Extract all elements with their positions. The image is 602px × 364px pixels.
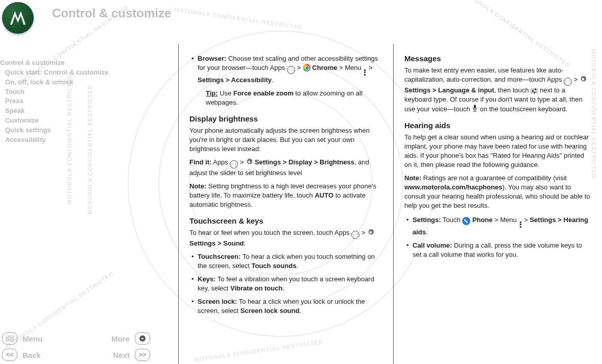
mic-icon (472, 104, 478, 111)
body-text: To feel a vibration when you touch a scr… (198, 275, 374, 292)
svg-rect-11 (474, 105, 476, 109)
next-label[interactable]: Next (113, 351, 130, 359)
body-text: Touch (441, 216, 463, 224)
url-text: www.motorola.com/hacphones (404, 183, 502, 191)
section-heading: Hearing aids (404, 121, 591, 130)
body-text: To hear or feel when you touch the scree… (189, 229, 351, 236)
body-text: Force enable zoom (233, 89, 294, 97)
body-text: To help get a clear sound when using a h… (404, 133, 591, 169)
toc-item[interactable]: Press (0, 96, 133, 106)
nav-path: Settings > Display > Brightness (255, 158, 354, 166)
toc-item[interactable]: Customize (0, 116, 133, 126)
body-text: AUTO (315, 191, 333, 199)
body-text: Phone (470, 216, 492, 224)
item-label: Touchscreen: (198, 253, 240, 260)
nav-path: Settings > Language & input (404, 86, 494, 94)
sidebar-toc: Control & customize Quick start: Control… (0, 46, 138, 145)
content-column-2: Messages To make text entry even easier,… (393, 47, 602, 359)
page-title: Control & customize (52, 6, 171, 20)
body-text: Menu (345, 64, 363, 71)
apps-icon: ⋮⋮ (287, 66, 295, 74)
tip-block: Tip: Use Force enable zoom to allow zoom… (206, 89, 382, 107)
svg-rect-0 (6, 335, 9, 337)
body-text: To hear or feel when you touch the scree… (189, 228, 382, 248)
body-text: on the touchscreen keyboard. (478, 105, 567, 113)
gear-icon (580, 76, 587, 83)
list-item: Settings: Touch Phone > Menu > Settings … (410, 215, 591, 237)
phone-icon (462, 217, 470, 225)
gear-icon (246, 158, 253, 165)
bottom-nav: Menu More << Back Next >> (0, 331, 153, 362)
gear-icon (367, 229, 374, 236)
body-text: Ratings are not a guarantee of compatibi… (421, 174, 567, 182)
body-text: Vibrate on touch (230, 284, 282, 292)
more-icon[interactable] (135, 332, 150, 345)
sliders-icon (531, 87, 538, 93)
menu-label[interactable]: Menu (22, 334, 42, 343)
body-text: Chrome (310, 64, 339, 71)
content-column-1: Browser: Choose text scaling and other a… (178, 47, 393, 359)
list-item: Touchscreen: To hear a click when you to… (195, 252, 382, 271)
list-item: Browser: Choose text scaling and other a… (195, 54, 382, 107)
section-heading: Touchscreen & keys (189, 216, 382, 225)
tip-label: Tip: (206, 89, 218, 97)
header: Control & customize (0, 0, 171, 36)
toc-item[interactable]: Control & customize (0, 58, 133, 68)
svg-rect-2 (6, 339, 9, 341)
item-label: Browser: (198, 55, 226, 62)
body-text: To make text entry even easier, use feat… (404, 66, 564, 83)
body-text: Screen lock sound (240, 307, 300, 314)
svg-point-10 (534, 92, 536, 94)
toc-item[interactable]: On, off, lock & unlock (0, 78, 133, 87)
section-heading: Display brightness (189, 114, 382, 123)
item-label: Screen lock: (198, 298, 237, 305)
back-icon[interactable]: << (2, 349, 17, 361)
body-text: Note: Ratings are not a guarantee of com… (404, 174, 591, 210)
body-text: > Menu (493, 216, 519, 224)
apps-icon: ⋮⋮ (230, 160, 238, 168)
findit-label: Find it: (189, 158, 211, 166)
toc-item[interactable]: Quick settings (0, 126, 133, 135)
body-text: Apps (211, 158, 230, 166)
menu-dots-icon (519, 222, 522, 228)
item-label: Call volume: (413, 241, 452, 249)
note-label: Note: (189, 182, 206, 190)
item-label: Settings: (413, 216, 441, 224)
body-text: Find it: Apps ⋮⋮ > Settings > Display > … (189, 158, 382, 178)
watermark-text: MOTOROLA CONFIDENTIAL RESTRICTED (174, 6, 303, 30)
toc-item[interactable]: Accessibility (0, 135, 133, 145)
menu-icon[interactable] (2, 332, 17, 345)
svg-rect-1 (10, 335, 13, 337)
back-label[interactable]: Back (22, 351, 41, 359)
list-item: Call volume: During a call, press the si… (410, 241, 591, 259)
svg-point-8 (532, 90, 534, 92)
apps-icon: ⋮⋮ (564, 78, 572, 86)
toc-item[interactable]: Quick start: Control & customize (0, 68, 133, 78)
body-text: Touch sounds (252, 262, 297, 270)
more-label[interactable]: More (111, 334, 130, 343)
body-text: To make text entry even easier, use feat… (404, 66, 591, 114)
chrome-icon (303, 64, 310, 71)
list-item: Keys: To feel a vibration when you touch… (195, 275, 382, 293)
body-text: Your phone automatically adjusts the scr… (189, 126, 382, 154)
body-text: , then touch (494, 86, 531, 94)
note-label: Note: (404, 174, 421, 182)
list-item: Screen lock: To hear a click when you lo… (195, 297, 382, 316)
svg-point-6 (535, 88, 537, 90)
section-heading: Messages (404, 54, 591, 63)
next-icon[interactable]: >> (135, 349, 150, 361)
toc-item[interactable]: Speak (0, 106, 133, 116)
body-text: Use (218, 89, 233, 97)
motorola-logo-icon (2, 2, 34, 34)
svg-rect-3 (10, 339, 13, 341)
apps-icon: ⋮⋮ (351, 231, 359, 239)
item-label: Keys: (198, 275, 215, 283)
toc-item[interactable]: Touch (0, 87, 133, 97)
nav-path: Settings > Accessibility (198, 76, 272, 84)
nav-path: Settings > Sound (189, 239, 244, 247)
body-text: Note: Setting brightness to a high level… (189, 182, 382, 209)
menu-dots-icon (363, 69, 367, 76)
